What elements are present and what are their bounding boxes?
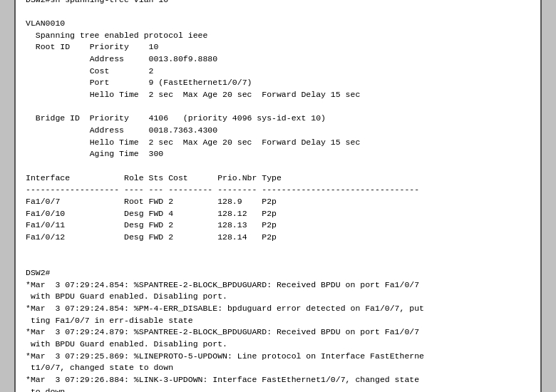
terminal-line-18: Fa1/0/10 Desg FWD 4 128.12 P2p xyxy=(26,208,530,220)
terminal-line-27: ting Fa1/0/7 in err-disable state xyxy=(26,315,530,327)
terminal-line-26: *Mar 3 07:29:24.854: %PM-4-ERR_DISABLE: … xyxy=(26,303,530,315)
terminal-line-19: Fa1/0/11 Desg FWD 2 128.13 P2p xyxy=(26,220,530,232)
terminal-line-22 xyxy=(26,255,530,267)
terminal-line-2: VLAN0010 xyxy=(26,18,530,30)
terminal-line-28: *Mar 3 07:29:24.879: %SPANTREE-2-BLOCK_B… xyxy=(26,326,530,339)
terminal-line-6: Cost 2 xyxy=(26,66,530,78)
terminal-line-5: Address 0013.80f9.8880 xyxy=(26,53,530,66)
terminal-line-7: Port 9 (FastEthernet1/0/7) xyxy=(26,77,530,89)
terminal-line-8: Hello Time 2 sec Max Age 20 sec Forward … xyxy=(26,89,530,101)
terminal-line-23: DSW2# xyxy=(26,267,530,279)
terminal-line-29: with BPDU Guard enabled. Disabling port. xyxy=(26,339,530,351)
terminal-line-15: Interface Role Sts Cost Prio.Nbr Type xyxy=(26,172,530,185)
terminal-line-0: DSW2#sh spanning-tree vlan 10 xyxy=(26,0,530,6)
terminal-line-4: Root ID Priority 10 xyxy=(26,41,530,53)
terminal-line-11: Address 0018.7363.4300 xyxy=(26,125,530,137)
terminal-line-3: Spanning tree enabled protocol ieee xyxy=(26,30,530,42)
terminal-line-30: *Mar 3 07:29:25.869: %LINEPROTO-5-UPDOWN… xyxy=(26,351,530,363)
terminal-line-21 xyxy=(26,244,530,256)
terminal-line-25: with BPDU Guard enabled. Disabling port. xyxy=(26,291,530,303)
terminal-line-12: Hello Time 2 sec Max Age 20 sec Forward … xyxy=(26,137,530,149)
terminal-line-1 xyxy=(26,6,530,18)
terminal-line-10: Bridge ID Priority 4106 (priority 4096 s… xyxy=(26,113,530,125)
terminal-window: DSW2#sh spanning-tree vlan 10 VLAN0010 S… xyxy=(14,0,542,392)
terminal-line-33: to down xyxy=(26,386,530,392)
terminal-line-24: *Mar 3 07:29:24.854: %SPANTREE-2-BLOCK_B… xyxy=(26,279,530,292)
terminal-line-9 xyxy=(26,101,530,113)
terminal-line-14 xyxy=(26,160,530,172)
terminal-line-20: Fa1/0/12 Desg FWD 2 128.14 P2p xyxy=(26,232,530,244)
terminal-line-31: t1/0/7, changed state to down xyxy=(26,362,530,374)
terminal-line-13: Aging Time 300 xyxy=(26,148,530,160)
terminal-line-32: *Mar 3 07:29:26.884: %LINK-3-UPDOWN: Int… xyxy=(26,374,530,386)
terminal-line-17: Fa1/0/7 Root FWD 2 128.9 P2p xyxy=(26,196,530,208)
terminal-line-16: ------------------- ---- --- --------- -… xyxy=(26,184,530,196)
